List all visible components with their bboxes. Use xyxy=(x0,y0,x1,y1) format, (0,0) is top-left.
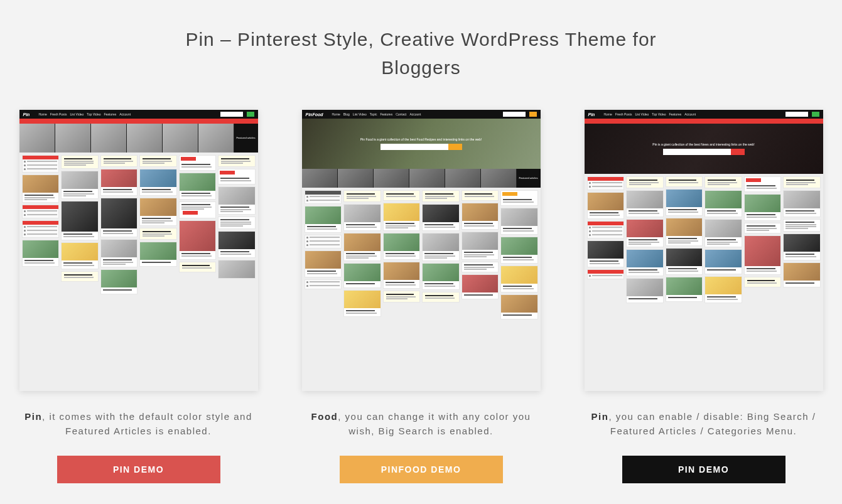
thumbnail-food[interactable]: PinFood Home Blog List Video Topic Featu… xyxy=(302,110,541,391)
demo-col-food: PinFood Home Blog List Video Topic Featu… xyxy=(302,110,541,483)
mock-logo: Pin xyxy=(23,112,30,117)
mock-login-btn xyxy=(529,112,537,117)
thumbnail-pin2[interactable]: Pin Home Fresh Posts List Video Top Vide… xyxy=(585,110,823,391)
pin-demo-button-2[interactable]: PIN DEMO xyxy=(622,456,785,483)
mock-logo: Pin xyxy=(588,112,595,117)
mock-logo: PinFood xyxy=(306,112,323,117)
mock-login-btn xyxy=(247,112,254,117)
mock-search xyxy=(785,112,808,117)
pin-demo-button[interactable]: PIN DEMO xyxy=(57,456,220,483)
thumbnail-pin[interactable]: Pin Home Fresh Posts List Video Top Vide… xyxy=(19,110,258,391)
mock-search xyxy=(503,112,526,117)
mock-search xyxy=(220,112,243,117)
demo-description-pin: Pin, it comes with the default color sty… xyxy=(19,410,258,438)
pinfood-demo-button[interactable]: PINFOOD DEMO xyxy=(340,456,503,483)
demo-col-pin2: Pin Home Fresh Posts List Video Top Vide… xyxy=(585,110,823,483)
mock-login-btn xyxy=(812,112,819,117)
demo-description-food: Food, you can change it with any color y… xyxy=(302,410,541,438)
demo-description-pin2: Pin, you can enable / disable: Bing Sear… xyxy=(585,410,823,438)
page-title: Pin – Pinterest Style, Creative WordPres… xyxy=(170,0,672,110)
demo-grid: Pin Home Fresh Posts List Video Top Vide… xyxy=(0,110,842,483)
demo-col-pin: Pin Home Fresh Posts List Video Top Vide… xyxy=(19,110,258,483)
